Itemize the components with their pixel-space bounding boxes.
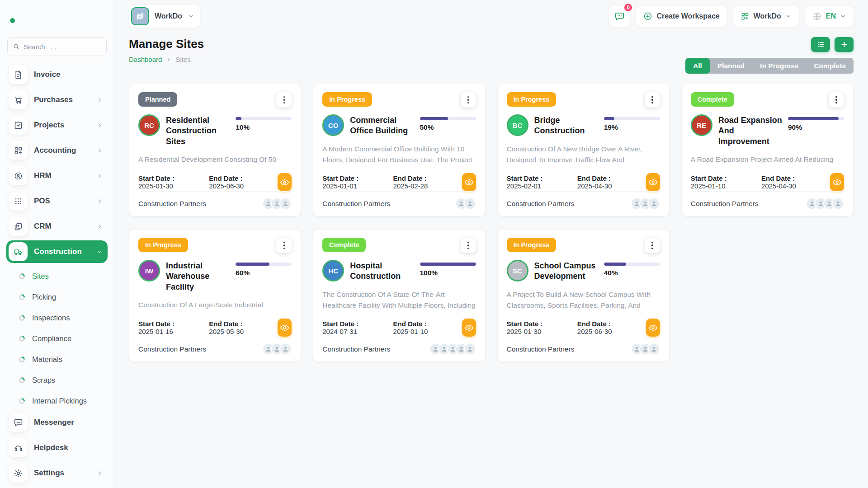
view-site-button[interactable] (278, 173, 292, 191)
partners-avatars (631, 343, 660, 355)
filter-tab-in-progress[interactable]: In Progress (752, 58, 806, 74)
bullet-icon (18, 376, 26, 384)
sidebar-item-invoice[interactable]: Invoice (6, 63, 108, 86)
view-site-button[interactable] (830, 173, 844, 191)
sidebar-subitem-materials[interactable]: Materials (6, 349, 108, 370)
card-menu-button[interactable] (276, 238, 292, 253)
site-avatar: SC (507, 260, 528, 282)
card-menu-button[interactable] (645, 238, 660, 253)
partners-label: Construction Partners (322, 200, 390, 208)
add-site-button[interactable] (835, 37, 854, 52)
sidebar-item-construction[interactable]: Construction (6, 240, 108, 263)
breadcrumb-dashboard-link[interactable]: Dashboard (129, 56, 162, 63)
sidebar-subitem-picking[interactable]: Picking (6, 286, 108, 307)
sidebar-item-hrm[interactable]: HRM (6, 164, 108, 187)
sidebar-item-messenger[interactable]: Messenger (6, 411, 108, 434)
partners-label: Construction Partners (507, 345, 575, 353)
status-badge: In Progress (322, 92, 372, 107)
progress: 90% (788, 114, 844, 131)
sidebar-subitem-scraps[interactable]: Scraps (6, 370, 108, 390)
view-site-button[interactable] (646, 319, 660, 337)
card-menu-button[interactable] (461, 238, 476, 253)
site-card: In Progress SC School Campus Development… (497, 229, 670, 362)
partners-label: Construction Partners (138, 345, 206, 353)
list-controls: AllPlannedIn ProgressComplete (685, 37, 854, 74)
topbar: WorkDo 0 Create Workspace WorkDo (129, 0, 854, 27)
card-menu-button[interactable] (829, 92, 844, 108)
view-site-button[interactable] (278, 319, 292, 337)
messages-button[interactable]: 0 (609, 6, 630, 27)
view-site-button[interactable] (462, 319, 476, 337)
person-icon (282, 200, 289, 207)
partner-avatar (464, 343, 476, 355)
workdo-menu-button[interactable]: WorkDo (733, 6, 799, 27)
cart-icon (9, 90, 28, 109)
filter-tab-complete[interactable]: Complete (806, 58, 854, 74)
main-content: WorkDo 0 Create Workspace WorkDo (114, 0, 868, 488)
site-avatar: IW (138, 260, 160, 282)
plus-circle-icon (643, 12, 652, 21)
sidebar-subitem-sites[interactable]: Sites (6, 266, 108, 286)
start-date: Start Date : 2025-01-16 (138, 320, 192, 335)
sidebar-item-projects[interactable]: Projects (6, 114, 108, 136)
building-icon (131, 7, 149, 25)
partners-avatars (806, 197, 844, 210)
progress-percent: 40% (604, 269, 660, 277)
progress: 50% (420, 114, 476, 131)
sidebar-item-accounting[interactable]: Accounting (6, 139, 108, 162)
chevron-right-icon (166, 57, 171, 62)
sidebar-item-pos[interactable]: POS (6, 190, 108, 212)
site-description: The Construction Of A State-Of-The-Art H… (322, 289, 476, 309)
breadcrumb-current: Sites (175, 56, 190, 63)
sidebar-item-helpdesk[interactable]: Helpdesk (6, 436, 108, 459)
site-title: Industrial Warehouse Facility (166, 260, 230, 292)
site-description: A Project To Build A New School Campus W… (507, 289, 660, 309)
eye-icon (464, 178, 474, 187)
site-avatar: HC (322, 260, 344, 282)
partner-avatar (648, 343, 660, 355)
view-site-button[interactable] (462, 173, 476, 191)
sidebar-subitem-internal-pickings[interactable]: Internal Pickings (6, 390, 108, 411)
breadcrumb: Dashboard Sites (129, 56, 204, 63)
partners-avatars (262, 343, 292, 355)
list-view-button[interactable] (811, 37, 830, 52)
progress: 100% (420, 260, 476, 277)
sidebar-item-label: Purchases (34, 95, 90, 104)
sidebar-subitem-compliance[interactable]: Compliance (6, 328, 108, 349)
sidebar-item-crm[interactable]: CRM (6, 215, 108, 238)
sidebar-item-settings[interactable]: Settings (6, 462, 108, 484)
site-title: Residential Construction Sites (166, 114, 230, 147)
sidebar-search[interactable] (7, 37, 107, 56)
site-description: A Residential Development Consisting Of … (138, 154, 292, 163)
card-menu-button[interactable] (461, 92, 476, 108)
card-menu-button[interactable] (645, 92, 660, 108)
truck-icon (9, 242, 28, 261)
partners-avatars (262, 197, 292, 210)
sidebar-subitem-label: Inspections (32, 314, 70, 322)
sidebar-item-purchases[interactable]: Purchases (6, 89, 108, 111)
filter-tab-all[interactable]: All (685, 58, 710, 74)
language-selector[interactable]: EN (805, 6, 854, 27)
headset-icon (9, 438, 28, 457)
chevron-right-icon (96, 173, 103, 179)
site-title: Road Expansion And Improvement (718, 114, 782, 147)
status-badge: Complete (691, 92, 734, 107)
create-workspace-button[interactable]: Create Workspace (636, 6, 726, 27)
app-logo[interactable] (6, 8, 108, 30)
sidebar-subitem-inspections[interactable]: Inspections (6, 307, 108, 328)
chevron-down-icon (840, 13, 846, 19)
filter-tab-planned[interactable]: Planned (710, 58, 752, 74)
site-avatar: RE (691, 114, 712, 136)
person-icon (651, 346, 657, 352)
person-icon (651, 200, 657, 207)
person-icon (467, 346, 473, 352)
chevron-right-icon (96, 223, 103, 230)
card-menu-button[interactable] (276, 92, 292, 108)
progress: 10% (236, 114, 292, 131)
logo-dot-icon (10, 18, 15, 23)
status-badge: Complete (322, 238, 366, 252)
search-input[interactable] (24, 43, 101, 51)
workspace-selector[interactable]: WorkDo (129, 5, 200, 28)
partner-avatar (464, 197, 476, 210)
view-site-button[interactable] (646, 173, 660, 191)
